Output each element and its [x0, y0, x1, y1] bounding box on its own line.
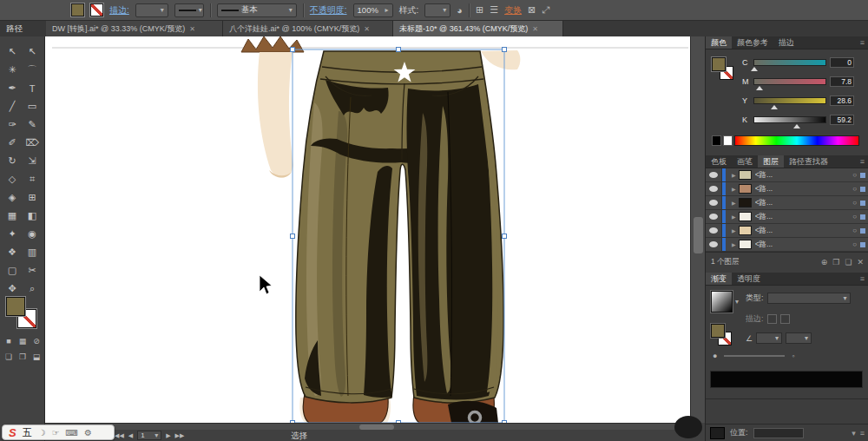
- type-tool[interactable]: T: [23, 79, 43, 97]
- white-swatch[interactable]: [723, 135, 733, 146]
- moon-icon[interactable]: ☽: [38, 428, 46, 438]
- layer-thumbnail[interactable]: [739, 240, 752, 249]
- panel-menu-icon[interactable]: ≡: [856, 36, 868, 49]
- black-swatch[interactable]: [712, 135, 721, 146]
- target-circle-icon[interactable]: ○: [852, 199, 857, 207]
- close-icon[interactable]: ✕: [364, 25, 370, 33]
- tab-swatches[interactable]: 色板: [706, 155, 732, 168]
- hand-point-icon[interactable]: ☞: [52, 428, 60, 438]
- fill-color-swatch[interactable]: [71, 3, 84, 16]
- artboard-number-field[interactable]: 1▾: [137, 431, 161, 440]
- lasso-tool[interactable]: ⌒: [23, 61, 43, 79]
- artboard-tool[interactable]: ▢: [3, 261, 23, 280]
- zoom-tool[interactable]: ⌕: [23, 280, 43, 298]
- layer-thumbnail[interactable]: [739, 226, 752, 235]
- target-circle-icon[interactable]: ○: [852, 171, 857, 179]
- slice-tool[interactable]: ✂: [23, 261, 43, 280]
- line-segment-tool[interactable]: ╱: [3, 97, 23, 115]
- yellow-slider[interactable]: [753, 97, 826, 104]
- layer-row[interactable]: ▶ <路... ○: [706, 224, 868, 238]
- selected-art-indicator[interactable]: [860, 242, 865, 247]
- tab-layers[interactable]: 图层: [758, 155, 784, 168]
- position-field[interactable]: [753, 428, 804, 438]
- angle-field[interactable]: ▾: [756, 332, 782, 344]
- delete-layer-icon[interactable]: ✕: [857, 258, 864, 267]
- draw-behind-button[interactable]: ❐: [16, 351, 30, 363]
- magenta-slider[interactable]: [753, 78, 826, 85]
- panel-menu-icon[interactable]: ≡: [856, 155, 868, 168]
- keyboard-icon[interactable]: ⌨: [66, 428, 78, 438]
- first-artboard-icon[interactable]: ◀◀: [115, 432, 124, 439]
- panel-menu-icon[interactable]: ≡: [856, 273, 868, 285]
- gradient-stop-icon[interactable]: ◦: [792, 352, 794, 360]
- next-artboard-icon[interactable]: ▶: [166, 432, 170, 439]
- layer-name[interactable]: <路...: [755, 212, 853, 222]
- stroke-link[interactable]: 描边:: [109, 4, 129, 16]
- layer-row[interactable]: ▶ <路... ○: [706, 210, 868, 224]
- target-circle-icon[interactable]: ○: [852, 240, 857, 248]
- slider-knob[interactable]: [756, 82, 763, 90]
- expand-arrow-icon[interactable]: ▶: [732, 186, 736, 192]
- gradient-preview-swatch[interactable]: [711, 291, 733, 313]
- expand-arrow-icon[interactable]: ▶: [732, 214, 736, 220]
- rectangle-tool[interactable]: ▭: [23, 97, 43, 115]
- opacity-link[interactable]: 不透明度:: [310, 4, 347, 16]
- color-button[interactable]: ■: [2, 335, 16, 347]
- expand-arrow-icon[interactable]: ▶: [732, 227, 736, 234]
- visibility-eye-icon[interactable]: [706, 224, 722, 238]
- ime-logo[interactable]: S: [9, 426, 16, 439]
- close-icon[interactable]: ✕: [189, 25, 195, 33]
- black-slider[interactable]: [753, 116, 826, 123]
- layer-thumbnail[interactable]: [739, 170, 752, 180]
- tab-pathfinder[interactable]: 路径查找器: [784, 155, 833, 168]
- stroke-gradient-button-1[interactable]: [767, 314, 777, 324]
- expand-arrow-icon[interactable]: ▶: [732, 172, 736, 178]
- blend-tool[interactable]: ◉: [23, 225, 43, 243]
- draw-normal-button[interactable]: ❏: [2, 351, 16, 363]
- layer-row[interactable]: ▶ <路... ○: [706, 238, 868, 252]
- eraser-tool[interactable]: ⌦: [23, 134, 43, 152]
- black-value-field[interactable]: 59.2: [830, 115, 854, 125]
- menu-icon[interactable]: ≡: [860, 429, 865, 438]
- column-graph-tool[interactable]: ▥: [23, 243, 43, 261]
- tab-transparency[interactable]: 透明度: [732, 273, 766, 285]
- aspect-field[interactable]: ▾: [786, 332, 812, 344]
- target-circle-icon[interactable]: ○: [852, 213, 857, 220]
- stroke-gradient-button-2[interactable]: [780, 314, 790, 324]
- gradient-fill-proxy[interactable]: [711, 324, 725, 338]
- pencil-tool[interactable]: ✎: [23, 115, 43, 134]
- layer-row[interactable]: ▶ <路... ○: [706, 196, 868, 210]
- ime-status-ball[interactable]: [674, 416, 702, 438]
- layer-row[interactable]: ▶ <路... ○: [706, 168, 868, 182]
- direct-selection-tool[interactable]: ↖: [23, 43, 43, 61]
- rotate-tool[interactable]: ↻: [3, 152, 23, 170]
- gear-icon[interactable]: ⚙: [84, 428, 92, 438]
- artwork[interactable]: [45, 36, 690, 423]
- vertical-scrollbar-thumb[interactable]: [694, 217, 703, 253]
- layer-row[interactable]: ▶ <路... ○: [706, 182, 868, 196]
- dropdown-arrow-icon[interactable]: ▾: [735, 298, 739, 306]
- cyan-value-field[interactable]: 0: [830, 57, 854, 68]
- gradient-button[interactable]: ▦: [16, 335, 30, 347]
- eyedropper-tool[interactable]: ✦: [3, 225, 23, 243]
- style-dropdown[interactable]: ▾: [424, 3, 450, 17]
- gradient-ramp[interactable]: [710, 371, 863, 388]
- layer-name[interactable]: <路...: [755, 226, 853, 236]
- layer-name[interactable]: <路...: [755, 240, 853, 250]
- recolor-artwork-icon[interactable]: ◕: [457, 5, 463, 16]
- tab-gradient[interactable]: 渐变: [706, 273, 732, 285]
- tab-brushes[interactable]: 画笔: [732, 155, 758, 168]
- gradient-slider-line[interactable]: [724, 355, 785, 357]
- perspective-grid-tool[interactable]: ⊞: [23, 188, 43, 207]
- slider-knob[interactable]: [793, 121, 800, 128]
- layer-thumbnail[interactable]: [739, 212, 752, 221]
- distribute-icon[interactable]: ☰: [490, 4, 498, 16]
- slider-knob[interactable]: [751, 63, 758, 71]
- selected-art-indicator[interactable]: [860, 187, 865, 192]
- arrange-icon[interactable]: ⤢: [542, 4, 549, 16]
- target-circle-icon[interactable]: ○: [852, 185, 857, 193]
- tab-color-guide[interactable]: 颜色参考: [732, 36, 773, 49]
- new-layer-icon[interactable]: ❏: [845, 258, 852, 267]
- visibility-eye-icon[interactable]: [706, 182, 722, 196]
- pen-tool[interactable]: ✒: [3, 79, 23, 97]
